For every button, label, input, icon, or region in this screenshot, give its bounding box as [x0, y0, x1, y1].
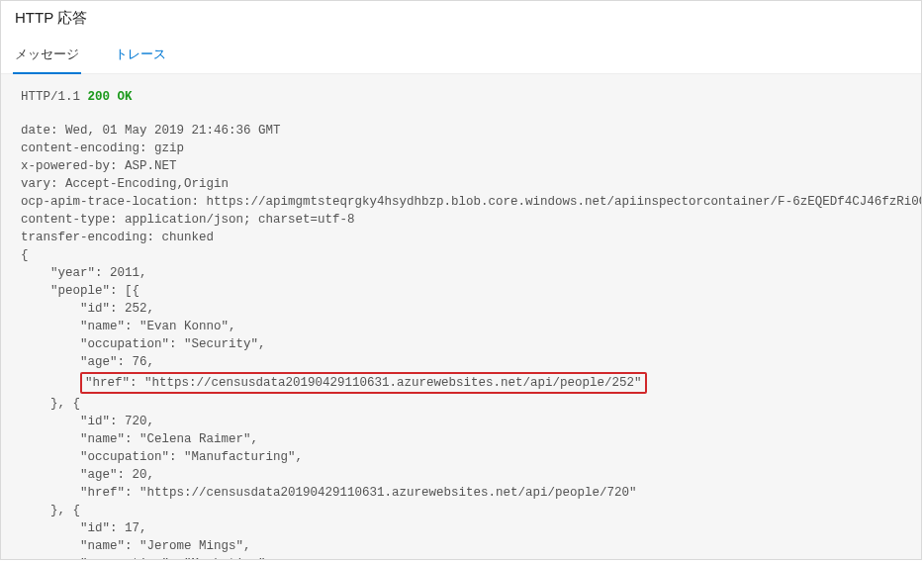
http-response-panel: HTTP 応答 メッセージ トレース HTTP/1.1 200 OKdate: …	[0, 0, 922, 560]
response-body: HTTP/1.1 200 OKdate: Wed, 01 May 2019 21…	[1, 74, 921, 560]
tab-message[interactable]: メッセージ	[15, 40, 79, 73]
status-code: 200 OK	[88, 90, 133, 104]
tab-trace[interactable]: トレース	[115, 40, 166, 73]
panel-title: HTTP 応答	[1, 1, 921, 40]
highlighted-href: "href": "https://censusdata2019042911063…	[80, 372, 647, 394]
status-line: HTTP/1.1 200 OK	[21, 88, 901, 106]
tab-bar: メッセージ トレース	[1, 40, 921, 74]
protocol: HTTP/1.1	[21, 90, 80, 104]
